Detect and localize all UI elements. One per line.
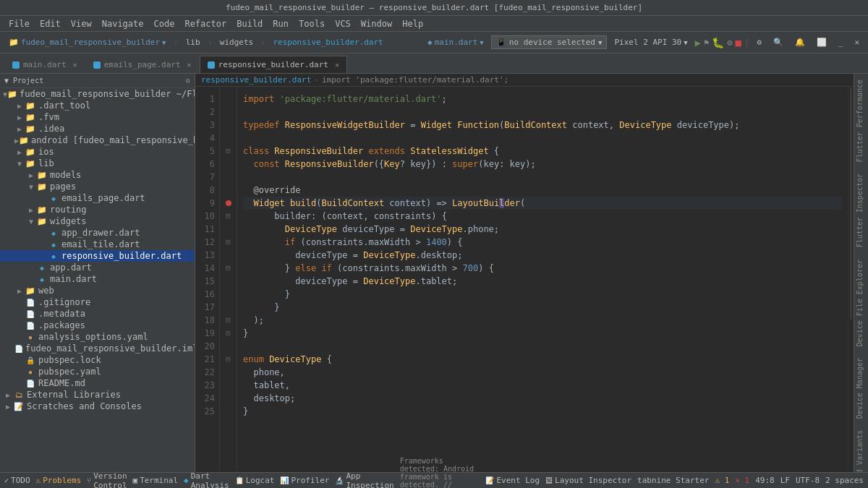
debug-button[interactable]: 🐛 [712, 37, 724, 48]
version-control-btn[interactable]: ⑂ Version Control [87, 471, 127, 489]
project-label[interactable]: ▼ Project [4, 77, 43, 85]
tab-close-main[interactable]: ✕ [73, 61, 77, 69]
chevron-down-icon: ▼ [162, 39, 166, 46]
minimize-btn[interactable]: _ [834, 36, 848, 48]
breadcrumb: responsive_builder.dart › import 'packag… [195, 74, 854, 87]
tree-item-fvm[interactable]: ▶ 📁 .fvm [0, 111, 195, 123]
expand-btn[interactable]: ⬜ [812, 36, 831, 48]
menu-tools[interactable]: Tools [294, 17, 329, 30]
tree-item-responsive-builder[interactable]: ◆ responsive_builder.dart [0, 250, 195, 262]
terminal-btn[interactable]: ▣ Terminal [133, 476, 179, 485]
search-everywhere-btn[interactable]: 🔍 [769, 36, 788, 48]
device-selector[interactable]: 📱 no device selected ▼ [491, 35, 608, 49]
tree-item-app[interactable]: ◆ app.dart [0, 262, 195, 273]
notifications-btn[interactable]: 🔔 [791, 36, 809, 48]
tree-item-pubspec-lock[interactable]: 🔒 pubspec.lock [0, 354, 195, 366]
tab-responsive-builder[interactable]: responsive_builder.dart ✕ [200, 56, 347, 73]
stop-button[interactable]: ■ [735, 37, 741, 48]
code-line-20 [243, 340, 842, 353]
tree-item-idea[interactable]: ▶ 📁 .idea [0, 123, 195, 134]
logcat-btn[interactable]: 📋 Logcat [235, 476, 275, 485]
project-selector[interactable]: 📁 fudeo_mail_responsive_builder ▼ [4, 36, 170, 48]
tab-main-dart[interactable]: main.dart ✕ [4, 56, 85, 73]
tree-item-models[interactable]: ▶ 📁 models [0, 169, 195, 181]
menu-navigate[interactable]: Navigate [98, 17, 148, 30]
code-line-6: const ResponsiveBuilder({Key? key}) : su… [243, 158, 842, 171]
title-bar: fudeo_mail_responsive_builder – responsi… [0, 0, 868, 16]
tree-item-emails-page[interactable]: ◆ emails_page.dart [0, 192, 195, 204]
app-inspection-btn[interactable]: 🔬 App Inspection [335, 471, 393, 489]
framework-message: Frameworks detected: Android framework i… [400, 457, 480, 489]
device-manager-label[interactable]: Device Manager [854, 352, 868, 424]
tree-item-lib[interactable]: ▼ 📁 lib [0, 158, 195, 169]
tree-item-widgets[interactable]: ▼ 📁 widgets [0, 215, 195, 227]
tree-item-main[interactable]: ◆ main.dart [0, 273, 195, 285]
menu-edit[interactable]: Edit [35, 17, 65, 30]
tree-item-gitignore[interactable]: 📄 .gitignore [0, 296, 195, 308]
menu-file[interactable]: File [4, 17, 34, 30]
main-dart-selector[interactable]: ◆ main.dart ▼ [423, 36, 488, 48]
indent-size[interactable]: 2 spaces [825, 476, 864, 485]
menu-code[interactable]: Code [150, 17, 179, 30]
profiler-btn[interactable]: 📊 Profiler [280, 476, 329, 485]
tab-close-responsive[interactable]: ✕ [335, 61, 339, 69]
minimap-scrollbar[interactable] [848, 87, 854, 472]
build-variants-label[interactable]: Build Variants [854, 424, 868, 472]
menu-vcs[interactable]: VCS [331, 17, 355, 30]
menu-help[interactable]: Help [398, 17, 427, 30]
tree-item-dart-tool[interactable]: ▶ 📁 .dart_tool [0, 100, 195, 111]
tree-item-pubspec-yaml[interactable]: ▪ pubspec.yaml [0, 366, 195, 377]
tree-item-pages[interactable]: ▼ 📁 pages [0, 181, 195, 192]
tree-item-scratches[interactable]: ▶ 📝 Scratches and Consoles [0, 401, 195, 412]
tree-item-readme[interactable]: 📄 README.md [0, 377, 195, 389]
todo-btn[interactable]: ✓ TODO [4, 476, 30, 485]
menu-run[interactable]: Run [268, 17, 293, 30]
tree-item-web[interactable]: ▶ 📁 web [0, 285, 195, 296]
file-breadcrumb[interactable]: responsive_builder.dart [268, 36, 387, 48]
flutter-inspector-label[interactable]: Flutter Inspector [854, 168, 868, 253]
status-bar: ✓ TODO ⚠ Problems ⑂ Version Control ▣ Te… [0, 472, 868, 488]
cursor-position[interactable]: 49:8 [755, 476, 775, 485]
tabnine-plugin[interactable]: tabnine Starter [637, 476, 709, 485]
todo-icon: ✓ [4, 476, 9, 484]
settings-btn[interactable]: ⚙ [752, 36, 766, 48]
tab-emails-page[interactable]: emails_page.dart ✕ [85, 56, 200, 73]
menu-view[interactable]: View [67, 17, 96, 30]
device-file-explorer-label[interactable]: Device File Explorer [854, 254, 868, 352]
layout-inspector-btn[interactable]: 🖼 Layout Inspector [545, 476, 631, 485]
code-editor[interactable]: 1 2 3 4 5 6 7 8 9 10 11 12 13 14 15 16 1… [195, 87, 854, 472]
close-window-btn[interactable]: ✕ [850, 36, 864, 48]
chevron-down-icon-4: ▼ [684, 39, 687, 46]
run-button[interactable]: ▶ [695, 37, 701, 48]
tree-item-app-drawer[interactable]: ◆ app_drawer.dart [0, 227, 195, 239]
tree-item-email-tile[interactable]: ◆ email_tile.dart [0, 239, 195, 250]
tree-item-external-libraries[interactable]: ▶ 🗂 External Libraries [0, 389, 195, 401]
tree-item-android[interactable]: ▶ 📁 android [fudeo_mail_responsive_build… [0, 134, 195, 146]
menu-window[interactable]: Window [357, 17, 396, 30]
sidebar-settings-icon[interactable]: ⚙ [186, 77, 190, 85]
dart-file-icon-2 [93, 61, 101, 69]
lib-breadcrumb[interactable]: lib [182, 36, 205, 48]
menu-build[interactable]: Build [232, 17, 267, 30]
code-content[interactable]: import 'package:flutter/material.dart'; … [237, 87, 848, 472]
event-log-btn[interactable]: 📝 Event Log [485, 476, 540, 485]
widgets-breadcrumb[interactable]: widgets [216, 36, 258, 48]
code-line-22: phone, [243, 366, 842, 379]
api-selector[interactable]: Pixel 2 API 30 ▼ [610, 36, 692, 48]
dart-analysis-btn[interactable]: ◆ Dart Analysis [184, 471, 229, 489]
run-with-coverage-icon[interactable]: ⚑ [704, 38, 709, 48]
tree-item-packages[interactable]: 📄 .packages [0, 320, 195, 331]
tab-close-emails[interactable]: ✕ [187, 61, 192, 69]
tree-item-ios[interactable]: ▶ 📁 ios [0, 146, 195, 158]
tree-item-analysis-options[interactable]: ▪ analysis_options.yaml [0, 331, 195, 343]
tree-item-routing[interactable]: ▶ 📁 routing [0, 204, 195, 215]
menu-refactor[interactable]: Refactor [180, 17, 231, 30]
problems-btn[interactable]: ⚠ Problems [36, 476, 82, 485]
tree-item-iml[interactable]: 📄 fudeo_mail_responsive_builder.iml [0, 343, 195, 354]
encoding[interactable]: UTF-8 [796, 476, 820, 485]
attach-debugger-icon[interactable]: ⚙ [727, 38, 732, 48]
flutter-performance-label[interactable]: Flutter Performance [854, 74, 868, 168]
tree-item-metadata[interactable]: 📄 .metadata [0, 308, 195, 320]
line-endings[interactable]: LF [780, 476, 790, 485]
tree-item-project-root[interactable]: ▼ 📁 fudeo_mail_responsive_builder ~/Flut… [0, 88, 195, 100]
